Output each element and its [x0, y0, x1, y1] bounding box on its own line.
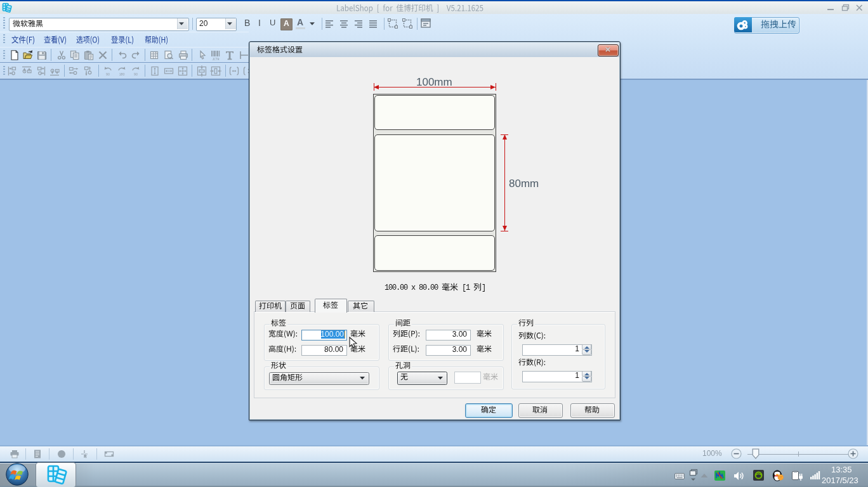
svg-text:180: 180: [119, 72, 125, 76]
svg-text:JCTH: JCTH: [212, 58, 219, 61]
svg-text:90: 90: [106, 72, 110, 76]
svg-text:90: 90: [134, 72, 138, 76]
